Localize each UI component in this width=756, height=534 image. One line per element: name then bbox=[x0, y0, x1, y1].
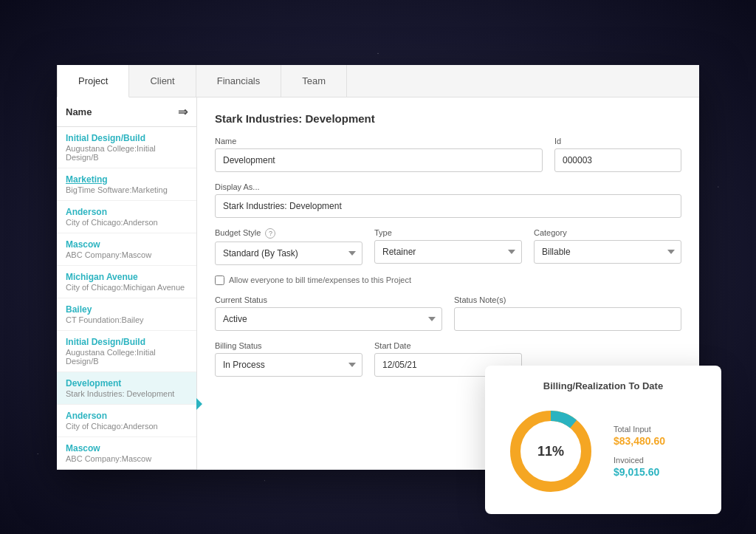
budget-style-group: Budget Style ? Standard (By Task) By Sta… bbox=[215, 228, 362, 265]
item-name: Mascow bbox=[66, 443, 188, 453]
sidebar-header-label: Name bbox=[66, 106, 92, 117]
sort-icon[interactable]: ⇒ bbox=[178, 105, 188, 119]
billing-status-label: Billing Status bbox=[215, 341, 362, 350]
list-item[interactable]: Initial Design/Build Augustana College:I… bbox=[57, 331, 196, 372]
budget-style-help-icon[interactable]: ? bbox=[265, 228, 275, 239]
list-item[interactable]: Marketing BigTime Software:Marketing bbox=[57, 168, 196, 201]
billing-status-select[interactable]: In Process Billed Pending bbox=[215, 353, 362, 377]
main-window: Project Client Financials Team Name ⇒ In… bbox=[57, 65, 699, 470]
status-row: Current Status Active Inactive Complete … bbox=[215, 295, 681, 331]
item-sub: BigTime Software:Marketing bbox=[66, 185, 188, 194]
status-notes-input[interactable] bbox=[454, 307, 681, 331]
id-group: Id bbox=[554, 137, 681, 172]
item-name: Marketing bbox=[66, 174, 188, 185]
item-name-selected: Development bbox=[66, 378, 188, 388]
category-group: Category Billable Non-Billable Internal bbox=[534, 228, 681, 265]
tab-financials[interactable]: Financials bbox=[196, 65, 282, 97]
item-sub-selected: Stark Industries: Development bbox=[66, 389, 188, 398]
list-item[interactable]: Bailey CT Foundation:Bailey bbox=[57, 298, 196, 331]
list-item-selected[interactable]: Development Stark Industries: Developmen… bbox=[57, 372, 196, 405]
item-name: Anderson bbox=[66, 207, 188, 217]
item-name: Michigan Avenue bbox=[66, 272, 188, 282]
status-notes-group: Status Note(s) bbox=[454, 295, 681, 331]
billing-status-group: Billing Status In Process Billed Pending bbox=[215, 341, 362, 377]
checkbox-row: Allow everyone to bill time/expenses to … bbox=[215, 275, 681, 285]
item-sub: CT Foundation:Bailey bbox=[66, 315, 188, 324]
display-as-group: Display As... bbox=[215, 182, 681, 218]
billing-card: Billing/Realization To Date 11% Total In… bbox=[485, 366, 721, 514]
tabs-header: Project Client Financials Team bbox=[57, 65, 699, 97]
current-status-select[interactable]: Active Inactive Complete bbox=[215, 307, 442, 331]
display-as-label: Display As... bbox=[215, 182, 681, 191]
tab-project[interactable]: Project bbox=[57, 65, 129, 97]
item-sub: Augustana College:Initial Design/B bbox=[66, 144, 188, 162]
list-item[interactable]: Mascow ABC Company:Mascow bbox=[57, 233, 196, 266]
budget-style-label: Budget Style ? bbox=[215, 228, 362, 239]
item-name: Bailey bbox=[66, 304, 188, 315]
tab-client[interactable]: Client bbox=[129, 65, 196, 97]
item-sub: City of Chicago:Anderson bbox=[66, 422, 188, 431]
list-item[interactable]: Anderson City of Chicago:Anderson bbox=[57, 201, 196, 233]
budget-type-cat-row: Budget Style ? Standard (By Task) By Sta… bbox=[215, 228, 681, 265]
name-label: Name bbox=[215, 137, 543, 146]
list-item[interactable]: Anderson City of Chicago:Anderson bbox=[57, 405, 196, 437]
category-select[interactable]: Billable Non-Billable Internal bbox=[534, 240, 681, 264]
type-label: Type bbox=[374, 228, 522, 237]
item-sub: City of Chicago:Anderson bbox=[66, 218, 188, 227]
list-item[interactable]: Michigan Avenue City of Chicago:Michigan… bbox=[57, 266, 196, 298]
list-item[interactable]: Initial Design/Build Augustana College:I… bbox=[57, 127, 196, 168]
invoiced-stat: Invoiced $9,015.60 bbox=[614, 456, 665, 478]
current-status-group: Current Status Active Inactive Complete bbox=[215, 295, 442, 331]
id-input[interactable] bbox=[554, 148, 681, 172]
type-select[interactable]: Retainer Fixed Fee Time & Materials bbox=[374, 240, 522, 264]
list-item[interactable]: Mascow ABC Company:Mascow bbox=[57, 437, 196, 470]
billing-card-title: Billing/Realization To Date bbox=[503, 380, 704, 391]
invoiced-label: Invoiced bbox=[614, 456, 665, 465]
category-label: Category bbox=[534, 228, 681, 237]
item-name: Anderson bbox=[66, 411, 188, 421]
donut-chart: 11% bbox=[503, 403, 599, 499]
item-name: Initial Design/Build bbox=[66, 133, 188, 143]
name-group: Name bbox=[215, 137, 543, 172]
billing-content: 11% Total Input $83,480.60 Invoiced $9,0… bbox=[503, 403, 704, 499]
item-sub: ABC Company:Mascow bbox=[66, 454, 188, 463]
donut-percentage: 11% bbox=[537, 443, 564, 459]
item-sub: ABC Company:Mascow bbox=[66, 250, 188, 259]
billing-stats: Total Input $83,480.60 Invoiced $9,015.6… bbox=[614, 425, 665, 478]
display-as-input[interactable] bbox=[215, 194, 681, 218]
total-input-value: $83,480.60 bbox=[614, 435, 665, 447]
type-group: Type Retainer Fixed Fee Time & Materials bbox=[374, 228, 522, 265]
selection-arrow bbox=[196, 398, 202, 410]
sidebar-header: Name ⇒ bbox=[57, 97, 196, 127]
sidebar: Name ⇒ Initial Design/Build Augustana Co… bbox=[57, 97, 197, 470]
form-title: Stark Industries: Development bbox=[215, 112, 681, 125]
item-sub: Augustana College:Initial Design/B bbox=[66, 348, 188, 366]
tab-team[interactable]: Team bbox=[281, 65, 347, 97]
display-as-row: Display As... bbox=[215, 182, 681, 218]
status-notes-label: Status Note(s) bbox=[454, 295, 681, 304]
start-date-label: Start Date bbox=[374, 341, 522, 350]
current-status-label: Current Status bbox=[215, 295, 442, 304]
item-name: Initial Design/Build bbox=[66, 337, 188, 347]
total-input-label: Total Input bbox=[614, 425, 665, 434]
bill-everyone-checkbox[interactable] bbox=[215, 275, 224, 285]
name-input[interactable] bbox=[215, 148, 543, 172]
item-name: Mascow bbox=[66, 239, 188, 250]
total-input-stat: Total Input $83,480.60 bbox=[614, 425, 665, 447]
id-label: Id bbox=[554, 137, 681, 146]
item-sub: City of Chicago:Michigan Avenue bbox=[66, 283, 188, 292]
name-id-row: Name Id bbox=[215, 137, 681, 172]
budget-style-select[interactable]: Standard (By Task) By Staff By Project bbox=[215, 242, 362, 265]
invoiced-value: $9,015.60 bbox=[614, 466, 665, 478]
checkbox-label: Allow everyone to bill time/expenses to … bbox=[229, 275, 411, 284]
